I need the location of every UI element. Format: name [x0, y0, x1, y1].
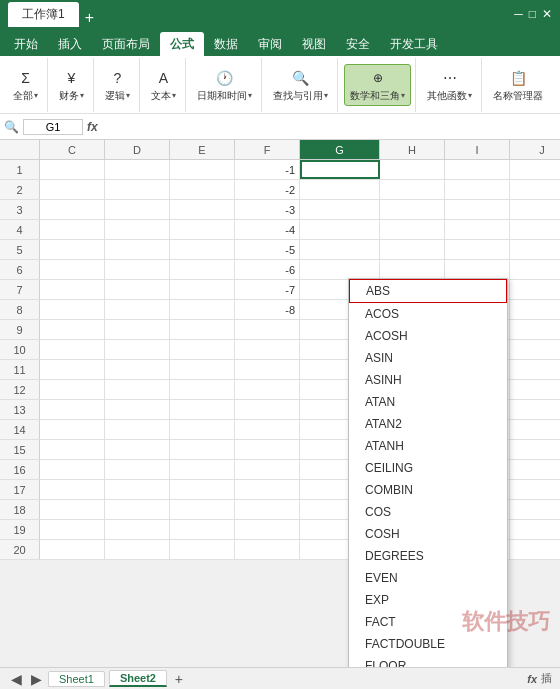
cell-c15[interactable] — [40, 440, 105, 459]
cell-e2[interactable] — [170, 180, 235, 199]
formula-input[interactable] — [102, 119, 556, 135]
cell-e11[interactable] — [170, 360, 235, 379]
cell-g1[interactable] — [300, 160, 380, 179]
cell-j12[interactable] — [510, 380, 560, 399]
cell-d11[interactable] — [105, 360, 170, 379]
dropdown-item-floor[interactable]: FLOOR — [349, 655, 507, 667]
cell-e9[interactable] — [170, 320, 235, 339]
cell-f6[interactable]: -6 — [235, 260, 300, 279]
cell-d16[interactable] — [105, 460, 170, 479]
cell-j4[interactable] — [510, 220, 560, 239]
dropdown-item-acosh[interactable]: ACOSH — [349, 325, 507, 347]
cell-j17[interactable] — [510, 480, 560, 499]
minimize-btn[interactable]: ─ — [514, 7, 523, 21]
cell-d6[interactable] — [105, 260, 170, 279]
dropdown-item-factdouble[interactable]: FACTDOUBLE — [349, 633, 507, 655]
cell-f19[interactable] — [235, 520, 300, 539]
cell-c9[interactable] — [40, 320, 105, 339]
btn-logic[interactable]: ? 逻辑 ▾ — [100, 65, 135, 105]
cell-f18[interactable] — [235, 500, 300, 519]
cell-d20[interactable] — [105, 540, 170, 559]
cell-e5[interactable] — [170, 240, 235, 259]
cell-e20[interactable] — [170, 540, 235, 559]
cell-c19[interactable] — [40, 520, 105, 539]
tab-data[interactable]: 数据 — [204, 32, 248, 56]
maximize-btn[interactable]: □ — [529, 7, 536, 21]
col-header-g[interactable]: G — [300, 140, 380, 159]
cell-f20[interactable] — [235, 540, 300, 559]
new-tab-button[interactable]: + — [85, 9, 94, 27]
cell-c7[interactable] — [40, 280, 105, 299]
cell-c8[interactable] — [40, 300, 105, 319]
cell-e4[interactable] — [170, 220, 235, 239]
cell-d17[interactable] — [105, 480, 170, 499]
cell-f3[interactable]: -3 — [235, 200, 300, 219]
cell-j5[interactable] — [510, 240, 560, 259]
cell-d18[interactable] — [105, 500, 170, 519]
btn-math[interactable]: ⊕ 数学和三角 ▾ — [344, 64, 411, 106]
cell-c6[interactable] — [40, 260, 105, 279]
cell-e10[interactable] — [170, 340, 235, 359]
cell-j14[interactable] — [510, 420, 560, 439]
cell-f10[interactable] — [235, 340, 300, 359]
cell-i4[interactable] — [445, 220, 510, 239]
cell-e17[interactable] — [170, 480, 235, 499]
function-dropdown[interactable]: ABS ACOS ACOSH ASIN ASINH ATAN ATAN2 ATA… — [348, 278, 508, 667]
btn-other[interactable]: ⋯ 其他函数 ▾ — [422, 65, 477, 105]
cell-j10[interactable] — [510, 340, 560, 359]
tab-review[interactable]: 审阅 — [248, 32, 292, 56]
tab-insert[interactable]: 插入 — [48, 32, 92, 56]
cell-e16[interactable] — [170, 460, 235, 479]
dropdown-item-asinh[interactable]: ASINH — [349, 369, 507, 391]
cell-c12[interactable] — [40, 380, 105, 399]
cell-d13[interactable] — [105, 400, 170, 419]
cell-f12[interactable] — [235, 380, 300, 399]
cell-c5[interactable] — [40, 240, 105, 259]
col-header-h[interactable]: H — [380, 140, 445, 159]
cell-h1[interactable] — [380, 160, 445, 179]
cell-c10[interactable] — [40, 340, 105, 359]
cell-h2[interactable] — [380, 180, 445, 199]
cell-e7[interactable] — [170, 280, 235, 299]
cell-e18[interactable] — [170, 500, 235, 519]
dropdown-item-degrees[interactable]: DEGREES — [349, 545, 507, 567]
tab-formula[interactable]: 公式 — [160, 32, 204, 56]
cell-d7[interactable] — [105, 280, 170, 299]
dropdown-item-even[interactable]: EVEN — [349, 567, 507, 589]
dropdown-item-asin[interactable]: ASIN — [349, 347, 507, 369]
cell-f9[interactable] — [235, 320, 300, 339]
cell-f5[interactable]: -5 — [235, 240, 300, 259]
col-header-i[interactable]: I — [445, 140, 510, 159]
btn-all[interactable]: Σ 全部 ▾ — [8, 65, 43, 105]
tab-security[interactable]: 安全 — [336, 32, 380, 56]
cell-j2[interactable] — [510, 180, 560, 199]
cell-d8[interactable] — [105, 300, 170, 319]
cell-c4[interactable] — [40, 220, 105, 239]
cell-d2[interactable] — [105, 180, 170, 199]
dropdown-item-exp[interactable]: EXP — [349, 589, 507, 611]
cell-i5[interactable] — [445, 240, 510, 259]
cell-d15[interactable] — [105, 440, 170, 459]
cell-j15[interactable] — [510, 440, 560, 459]
add-sheet-button[interactable]: ◀ — [8, 671, 24, 687]
col-header-d[interactable]: D — [105, 140, 170, 159]
add-sheet-plus[interactable]: + — [171, 671, 187, 687]
col-header-e[interactable]: E — [170, 140, 235, 159]
cell-h5[interactable] — [380, 240, 445, 259]
cell-g6[interactable] — [300, 260, 380, 279]
tab-developer[interactable]: 开发工具 — [380, 32, 448, 56]
cell-j20[interactable] — [510, 540, 560, 559]
cell-e1[interactable] — [170, 160, 235, 179]
tab-start[interactable]: 开始 — [4, 32, 48, 56]
cell-j8[interactable] — [510, 300, 560, 319]
cell-d4[interactable] — [105, 220, 170, 239]
cell-e3[interactable] — [170, 200, 235, 219]
cell-j11[interactable] — [510, 360, 560, 379]
cell-j6[interactable] — [510, 260, 560, 279]
tab-view[interactable]: 视图 — [292, 32, 336, 56]
cell-c14[interactable] — [40, 420, 105, 439]
tab-pagelayout[interactable]: 页面布局 — [92, 32, 160, 56]
cell-f13[interactable] — [235, 400, 300, 419]
dropdown-item-atan2[interactable]: ATAN2 — [349, 413, 507, 435]
dropdown-item-combin[interactable]: COMBIN — [349, 479, 507, 501]
